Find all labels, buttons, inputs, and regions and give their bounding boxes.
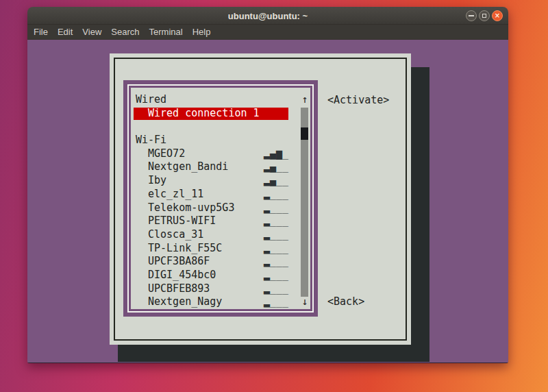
- menu-item-view[interactable]: View: [77, 25, 106, 38]
- network-name: Nextgen_Nagy: [148, 295, 222, 309]
- menu-item-edit[interactable]: Edit: [53, 25, 77, 38]
- scrollbar-thumb[interactable]: [301, 127, 308, 140]
- network-row[interactable]: Telekom-uvp5G3▂___: [131, 201, 299, 215]
- network-row[interactable]: Iby▂▄__: [131, 174, 299, 188]
- network-name: UPCF3BA86F: [148, 255, 210, 269]
- minimize-icon: [469, 15, 474, 16]
- network-row[interactable]: DIGI_454bc0▂___: [131, 269, 299, 282]
- signal-strength-icon: ▂___: [264, 228, 288, 242]
- signal-strength-icon: ▂___: [264, 255, 288, 269]
- window-title: ubuntu@ubuntu: ~: [228, 10, 308, 21]
- network-name: UPCBFEB893: [148, 282, 210, 296]
- network-name: Wired: [136, 93, 166, 107]
- network-row[interactable]: TP-Link_F55C▂___: [131, 242, 299, 256]
- menu-item-terminal[interactable]: Terminal: [145, 25, 188, 38]
- list-spacer: [131, 120, 299, 134]
- network-name: Closca_31: [148, 228, 203, 242]
- scroll-down-icon[interactable]: ↓: [299, 295, 310, 309]
- network-row[interactable]: elc_zl_11▂___: [131, 188, 299, 201]
- close-icon: ×: [495, 12, 500, 19]
- maximize-icon: [482, 14, 486, 18]
- activate-button[interactable]: <Activate>: [327, 94, 389, 108]
- scrollbar[interactable]: ↑ ↓: [299, 93, 310, 309]
- network-row[interactable]: Nextgen_Nagy▂___: [131, 295, 299, 309]
- network-name: PETRUS-WIFI: [148, 215, 216, 228]
- scroll-up-icon[interactable]: ↑: [299, 93, 310, 107]
- window-controls: ×: [466, 10, 503, 21]
- network-section-header: Wi-Fi: [131, 134, 299, 147]
- network-list: WiredWired connection 1Wi-FiMGEO72▂▄▆_Ne…: [129, 86, 312, 311]
- network-row[interactable]: Wired connection 1: [131, 107, 299, 121]
- menu-item-help[interactable]: Help: [188, 25, 216, 38]
- network-name: Iby: [148, 174, 166, 188]
- network-row[interactable]: PETRUS-WIFI▂___: [131, 215, 299, 228]
- nmtui-dialog: WiredWired connection 1Wi-FiMGEO72▂▄▆_Ne…: [110, 53, 411, 345]
- network-name: TP-Link_F55C: [148, 242, 222, 256]
- signal-strength-icon: ▂___: [264, 282, 288, 296]
- signal-strength-icon: ▂___: [264, 295, 288, 309]
- network-name: Wired connection 1: [148, 107, 260, 121]
- network-name: elc_zl_11: [148, 188, 203, 201]
- terminal-window: ubuntu@ubuntu: ~ × FileEditViewSearchTer…: [27, 7, 508, 363]
- signal-strength-icon: ▂▄▆_: [264, 147, 288, 161]
- network-name: Telekom-uvp5G3: [148, 201, 234, 215]
- network-listbox: WiredWired connection 1Wi-FiMGEO72▂▄▆_Ne…: [123, 80, 318, 317]
- menu-item-search[interactable]: Search: [106, 25, 144, 38]
- signal-strength-icon: ▂___: [264, 215, 288, 228]
- terminal-content: WiredWired connection 1Wi-FiMGEO72▂▄▆_Ne…: [27, 40, 508, 363]
- maximize-button[interactable]: [479, 10, 490, 21]
- network-name: MGEO72: [148, 147, 185, 161]
- network-row[interactable]: UPCBFEB893▂___: [131, 282, 299, 296]
- menu-item-file[interactable]: File: [29, 25, 53, 38]
- network-name: Nextgen_Bandi: [148, 160, 228, 174]
- close-button[interactable]: ×: [492, 10, 503, 21]
- signal-strength-icon: ▂___: [264, 188, 288, 201]
- signal-strength-icon: ▂___: [264, 269, 288, 282]
- network-row[interactable]: UPCF3BA86F▂___: [131, 255, 299, 269]
- network-listbox-highlight: WiredWired connection 1Wi-FiMGEO72▂▄▆_Ne…: [127, 84, 314, 313]
- network-row[interactable]: MGEO72▂▄▆_: [131, 147, 299, 161]
- network-row[interactable]: Closca_31▂___: [131, 228, 299, 242]
- network-name: DIGI_454bc0: [148, 269, 216, 282]
- signal-strength-icon: ▂▄__: [264, 174, 288, 188]
- network-section-header: Wired: [131, 93, 299, 107]
- back-button[interactable]: <Back>: [327, 295, 364, 309]
- signal-strength-icon: ▂___: [264, 242, 288, 256]
- network-row[interactable]: Nextgen_Bandi▂▄__: [131, 160, 299, 174]
- signal-strength-icon: ▂▄__: [264, 160, 288, 174]
- menubar: FileEditViewSearchTerminalHelp: [27, 25, 508, 40]
- network-name: Wi-Fi: [136, 134, 166, 147]
- wallpaper: ubuntu@ubuntu: ~ × FileEditViewSearchTer…: [0, 0, 548, 392]
- minimize-button[interactable]: [466, 10, 477, 21]
- titlebar[interactable]: ubuntu@ubuntu: ~ ×: [27, 7, 508, 25]
- network-rows: WiredWired connection 1Wi-FiMGEO72▂▄▆_Ne…: [131, 93, 299, 309]
- signal-strength-icon: ▂___: [264, 201, 288, 215]
